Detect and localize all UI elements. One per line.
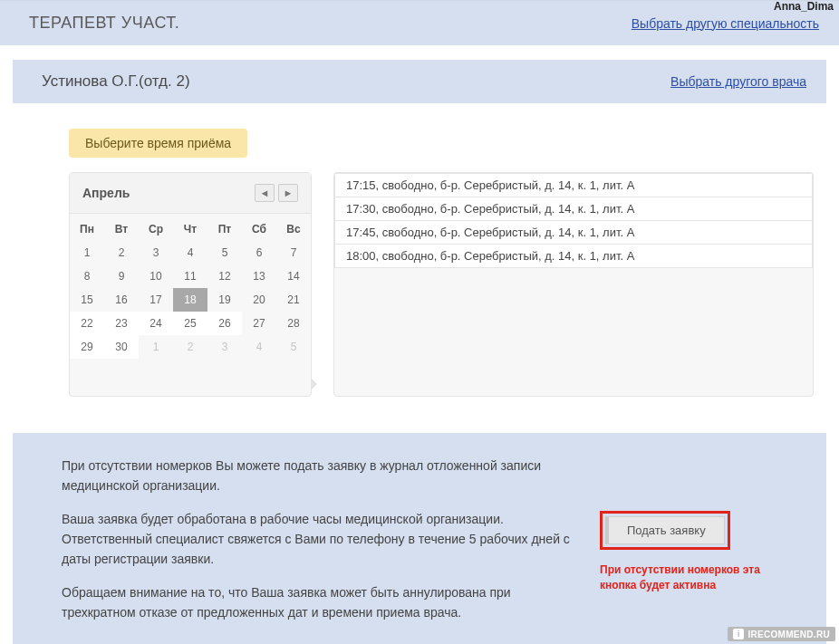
time-slot[interactable]: 17:15, свободно, б-р. Серебристый, д. 14… xyxy=(334,173,813,197)
calendar-day: 5 xyxy=(276,335,311,359)
application-paragraph: При отсутствии номерков Вы можете подать… xyxy=(62,457,573,495)
submit-highlight-box: Подать заявку xyxy=(600,511,730,550)
calendar-day[interactable]: 4 xyxy=(173,241,207,264)
watermark-text: IRECOMMEND.RU xyxy=(747,630,830,639)
calendar-day[interactable]: 7 xyxy=(276,241,311,264)
application-action: Подать заявку При отсутствии номерков эт… xyxy=(600,457,799,593)
calendar-day: 3 xyxy=(207,335,242,359)
calendar-day[interactable]: 19 xyxy=(207,288,242,312)
month-label: Апрель xyxy=(82,186,130,200)
change-doctor-link[interactable]: Выбрать другого врача xyxy=(670,74,806,89)
specialty-bar: ТЕРАПЕВТ УЧАСТ. Выбрать другую специальн… xyxy=(0,0,839,45)
prev-month-button[interactable]: ◄ xyxy=(255,184,275,202)
weekday-header: Сб xyxy=(242,214,276,241)
weekday-header: Ср xyxy=(139,214,173,241)
submit-note: При отсутствии номерков эта кнопка будет… xyxy=(600,562,799,593)
specialty-title: ТЕРАПЕВТ УЧАСТ. xyxy=(29,14,179,33)
watermark: i IRECOMMEND.RU xyxy=(728,627,835,641)
doctor-name: Устинова О.Г.(отд. 2) xyxy=(42,72,190,91)
weekday-header: Пт xyxy=(207,214,242,241)
calendar-day[interactable]: 27 xyxy=(242,312,276,335)
calendar-day[interactable]: 5 xyxy=(207,241,242,264)
time-slot[interactable]: 17:45, свободно, б-р. Серебристый, д. 14… xyxy=(334,221,813,245)
calendar-day[interactable]: 23 xyxy=(104,312,139,335)
next-month-button[interactable]: ► xyxy=(278,184,298,202)
info-icon: i xyxy=(733,629,744,639)
calendar-day[interactable]: 26 xyxy=(207,312,242,335)
calendar-day[interactable]: 24 xyxy=(139,312,173,335)
calendar-day[interactable]: 20 xyxy=(242,288,276,312)
calendar-table: ПнВтСрЧтПтСбВс 1234567891011121314151617… xyxy=(70,214,311,359)
content-area: Выберите время приёма Апрель ◄ ► ПнВтСрЧ… xyxy=(13,116,826,413)
calendar-day[interactable]: 13 xyxy=(242,264,276,288)
calendar-pointer-icon xyxy=(311,378,317,390)
pick-time-badge: Выберите время приёма xyxy=(69,129,247,158)
calendar-day[interactable]: 17 xyxy=(139,288,173,312)
panels-row: Апрель ◄ ► ПнВтСрЧтПтСбВс 12345678910111… xyxy=(69,172,814,397)
calendar-day[interactable]: 10 xyxy=(139,264,173,288)
calendar-header: Апрель ◄ ► xyxy=(70,173,311,214)
calendar-day[interactable]: 11 xyxy=(173,264,207,288)
calendar-day[interactable]: 14 xyxy=(276,264,311,288)
calendar-day[interactable]: 12 xyxy=(207,264,242,288)
change-specialty-link[interactable]: Выбрать другую специальность xyxy=(632,16,819,31)
weekday-header: Пн xyxy=(70,214,104,241)
calendar-day[interactable]: 29 xyxy=(70,335,104,359)
weekday-header: Чт xyxy=(173,214,207,241)
calendar-day[interactable]: 16 xyxy=(104,288,139,312)
slots-panel: 17:15, свободно, б-р. Серебристый, д. 14… xyxy=(333,172,814,397)
time-slot[interactable]: 17:30, свободно, б-р. Серебристый, д. 14… xyxy=(334,197,813,221)
calendar-day[interactable]: 8 xyxy=(70,264,104,288)
calendar-day[interactable]: 30 xyxy=(104,335,139,359)
calendar-day: 2 xyxy=(173,335,207,359)
calendar-nav: ◄ ► xyxy=(255,184,298,202)
calendar-day[interactable]: 9 xyxy=(104,264,139,288)
calendar-day[interactable]: 18 xyxy=(173,288,207,312)
application-box: При отсутствии номерков Вы можете подать… xyxy=(13,433,826,644)
application-text: При отсутствии номерков Вы можете подать… xyxy=(62,457,573,638)
calendar-day[interactable]: 1 xyxy=(70,241,104,264)
calendar-day[interactable]: 25 xyxy=(173,312,207,335)
doctor-bar: Устинова О.Г.(отд. 2) Выбрать другого вр… xyxy=(13,60,826,103)
weekday-header: Вт xyxy=(104,214,139,241)
calendar-day[interactable]: 15 xyxy=(70,288,104,312)
submit-application-button[interactable]: Подать заявку xyxy=(605,516,725,544)
username-label: Anna_Dima xyxy=(774,0,834,13)
weekday-header: Вс xyxy=(276,214,311,241)
application-paragraph: Обращаем внимание на то, что Ваша заявка… xyxy=(62,583,573,622)
time-slot[interactable]: 18:00, свободно, б-р. Серебристый, д. 14… xyxy=(334,245,813,268)
calendar-day: 1 xyxy=(139,335,173,359)
calendar-day[interactable]: 6 xyxy=(242,241,276,264)
calendar-day[interactable]: 28 xyxy=(276,312,311,335)
calendar-day: 4 xyxy=(242,335,276,359)
calendar-day[interactable]: 21 xyxy=(276,288,311,312)
calendar-day[interactable]: 3 xyxy=(139,241,173,264)
calendar-panel: Апрель ◄ ► ПнВтСрЧтПтСбВс 12345678910111… xyxy=(69,172,312,397)
calendar-day[interactable]: 2 xyxy=(104,241,139,264)
application-paragraph: Ваша заявка будет обработана в рабочие ч… xyxy=(62,510,573,569)
calendar-day[interactable]: 22 xyxy=(70,312,104,335)
